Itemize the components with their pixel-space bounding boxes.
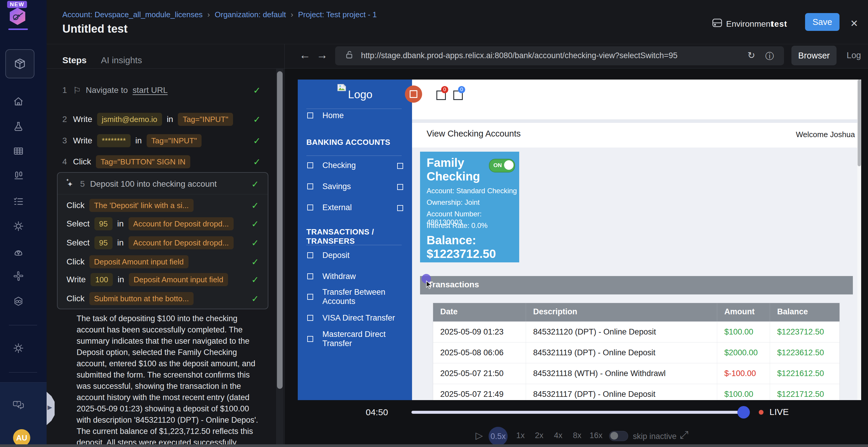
column-header-date[interactable]: Date <box>433 303 526 321</box>
breadcrumb-organization[interactable]: Organization: default <box>215 10 286 19</box>
step-target-chip[interactable]: The 'Deposit' link with a si... <box>89 199 193 212</box>
step-value-chip[interactable]: ******** <box>97 134 131 147</box>
sidebar-item-tests-active[interactable] <box>5 49 34 78</box>
speed-1x[interactable]: 1x <box>516 431 525 440</box>
toggle-square-icon[interactable] <box>397 163 403 169</box>
notification-badge-red: 0 <box>441 86 448 93</box>
fullscreen-expand-icon[interactable]: ⤢ <box>680 428 688 441</box>
bank-nav-withdraw[interactable]: Withdraw <box>307 271 356 281</box>
sidebar-item-settings-bottom[interactable] <box>13 343 24 354</box>
start-url-link[interactable]: start URL <box>133 86 168 95</box>
step-success-check-icon: ✓ <box>251 238 259 248</box>
step-value-chip[interactable]: 95 <box>94 236 113 249</box>
sidebar-item-agent[interactable] <box>13 246 24 257</box>
substep-row[interactable]: Select 95 in Account for Deposit dropd..… <box>66 235 259 251</box>
step-target-chip[interactable]: Account for Deposit dropd... <box>128 236 234 249</box>
bank-nav-checking[interactable]: Checking <box>307 160 356 170</box>
sidebar-item-checklist[interactable] <box>13 196 24 207</box>
cell-balance: $1221712.50 <box>770 384 839 400</box>
seek-bar-thumb[interactable] <box>737 406 750 418</box>
substep-row[interactable]: Select 95 in Account for Deposit dropd..… <box>66 216 259 231</box>
step-row-3[interactable]: 3 Write ******** in Tag="INPUT" ✓ <box>62 133 261 149</box>
recording-stop-indicator[interactable] <box>405 86 422 103</box>
transactions-header-bar[interactable]: Transactions <box>420 276 853 294</box>
bank-nav-home[interactable]: Home <box>307 110 344 121</box>
column-header-description[interactable]: Description <box>526 303 717 321</box>
breadcrumb-account[interactable]: Account: Devspace_all_module_licenses <box>62 10 203 19</box>
column-header-amount[interactable]: Amount <box>717 303 770 321</box>
speed-8x[interactable]: 8x <box>573 431 582 440</box>
sidebar-item-integrations[interactable] <box>13 296 24 307</box>
substep-row[interactable]: Write 100 in Deposit Amount input field … <box>66 272 259 287</box>
sidebar-item-home[interactable] <box>13 96 24 107</box>
tab-log[interactable]: Log <box>847 51 861 60</box>
step-row-2[interactable]: 2 Write jsmith@demo.io in Tag="INPUT" ✓ <box>62 111 261 127</box>
bank-logo[interactable]: Logo <box>298 84 412 101</box>
step-target-chip[interactable]: Submit button at the botto... <box>89 292 193 305</box>
skip-inactive-toggle[interactable] <box>609 431 628 441</box>
speed-0.5x-active[interactable]: 0.5x <box>489 427 507 446</box>
sidebar-item-settings-top[interactable] <box>13 221 24 232</box>
table-row[interactable]: 2025-05-07 21:50 845321118 (WTH) - Onlin… <box>433 363 839 384</box>
user-avatar[interactable]: AU <box>13 429 30 446</box>
bullet-square-icon <box>307 252 313 258</box>
breadcrumb-project[interactable]: Project: Test project - 1 <box>298 10 377 19</box>
bank-nav-external[interactable]: External <box>307 202 352 213</box>
bank-nav-mastercard-direct-transfer[interactable]: Mastercard Direct Transfer <box>307 334 412 344</box>
substep-row[interactable]: Click The 'Deposit' link with a si... ✓ <box>66 198 259 213</box>
speed-16x[interactable]: 16x <box>590 431 602 440</box>
substep-row[interactable]: Click Submit button at the botto... ✓ <box>66 291 259 306</box>
step-target-chip[interactable]: Tag="INPUT" <box>147 134 202 147</box>
tab-browser[interactable]: Browser <box>792 46 837 65</box>
tab-steps[interactable]: Steps <box>62 55 87 65</box>
help-feedback-button[interactable]: ? <box>13 400 24 411</box>
close-icon[interactable]: ✕ <box>850 18 858 29</box>
bank-nav-deposit[interactable]: Deposit <box>307 250 350 260</box>
step-value-chip[interactable]: 95 <box>94 217 113 230</box>
table-row[interactable]: 2025-05-08 06:06 845321119 (DPT) - Onlin… <box>433 342 839 363</box>
step-verb: Select <box>66 238 90 248</box>
step-row-4[interactable]: 4 Click Tag="BUTTON" SIGN IN ✓ <box>62 154 261 169</box>
environment-value[interactable]: test <box>771 19 787 29</box>
sidebar-item-experiments[interactable] <box>13 121 24 132</box>
app-logo-icon[interactable] <box>9 8 26 25</box>
browser-back-button[interactable]: ← <box>299 49 311 61</box>
speed-4x[interactable]: 4x <box>554 431 562 440</box>
column-header-balance[interactable]: Balance <box>770 303 839 321</box>
sidebar-item-runs[interactable] <box>13 170 24 182</box>
url-text[interactable]: http://stage.dbank.prod-apps.relicx.ai:8… <box>361 51 677 60</box>
table-row[interactable]: 2025-05-07 21:49 845321117 (DPT) - Onlin… <box>433 384 839 400</box>
step-target-chip[interactable]: Account for Deposit dropd... <box>128 217 234 230</box>
step-value-chip[interactable]: 100 <box>91 273 113 286</box>
step-group-header[interactable]: ✦✦ 5 Deposit 100 into checking account ✓ <box>66 177 259 191</box>
step-target-chip[interactable]: Deposit Amount input field <box>129 273 228 286</box>
seek-bar[interactable] <box>411 411 745 414</box>
step-value-chip[interactable]: jsmith@demo.io <box>97 113 162 126</box>
step-target-chip[interactable]: Tag="BUTTON" SIGN IN <box>96 155 190 168</box>
step-target-chip[interactable]: Tag="INPUT" <box>178 113 233 126</box>
reload-icon[interactable]: ↻ <box>747 50 755 61</box>
substep-row[interactable]: Click Deposit Amount input field ✓ <box>66 254 259 269</box>
sidebar-item-slack[interactable] <box>13 270 24 282</box>
toggle-square-icon[interactable] <box>397 184 403 190</box>
step-row-1[interactable]: 1 ⚐ Navigate to start URL ✓ <box>62 83 261 98</box>
step-group-card[interactable]: ✦✦ 5 Deposit 100 into checking account ✓… <box>57 172 268 309</box>
speed-2x[interactable]: 2x <box>535 431 544 440</box>
step-target-chip[interactable]: Deposit Amount input field <box>89 255 188 268</box>
bank-scrollbar-thumb[interactable] <box>858 79 861 166</box>
account-card-family-checking[interactable]: Family Checking ON Account: Standard Che… <box>420 152 519 262</box>
save-button[interactable]: Save <box>805 13 839 31</box>
play-button[interactable]: ▷ <box>475 430 483 441</box>
steps-scrollbar-thumb[interactable] <box>277 71 283 389</box>
account-active-toggle[interactable]: ON <box>489 159 515 172</box>
browser-forward-button[interactable]: → <box>316 49 328 61</box>
bank-nav-savings[interactable]: Savings <box>307 181 351 191</box>
panel-collapse-handle[interactable]: ▶ <box>46 392 55 425</box>
info-icon[interactable]: ⓘ <box>765 51 774 62</box>
toggle-square-icon[interactable] <box>397 205 403 211</box>
table-row[interactable]: 2025-05-09 01:23 845321120 (DPT) - Onlin… <box>433 321 839 342</box>
sidebar-item-suites[interactable] <box>13 146 24 157</box>
bank-nav-visa-direct-transfer[interactable]: VISA Direct Transfer <box>307 313 395 323</box>
tab-ai-insights[interactable]: AI insights <box>101 55 142 65</box>
bank-nav-transfer-between-accounts[interactable]: Transfer Between Accounts <box>307 292 412 302</box>
